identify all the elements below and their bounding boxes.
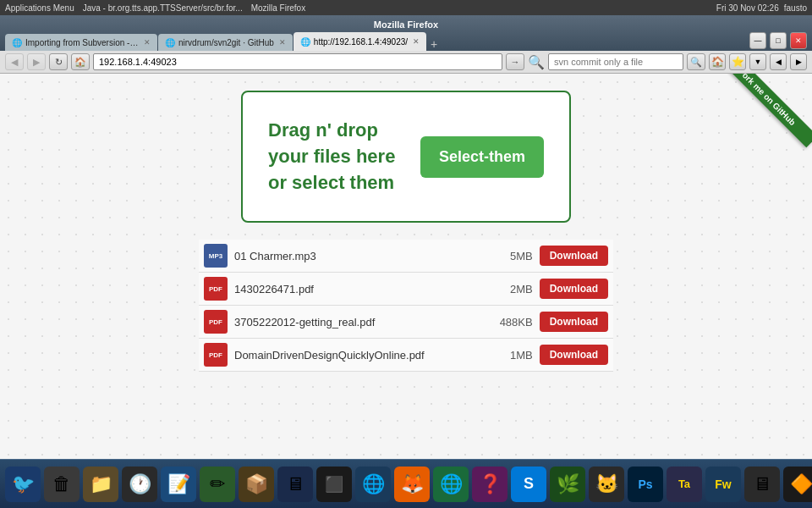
- home-icon[interactable]: 🏠: [709, 53, 726, 70]
- download-button[interactable]: Download: [540, 345, 608, 365]
- taskbar-icon-package[interactable]: 📦: [239, 467, 274, 502]
- fork-ribbon-text: Fork me on GitHub: [727, 74, 812, 147]
- taskbar-icon-chrome[interactable]: 🌐: [433, 467, 469, 502]
- browser-chrome: Mozilla Firefox 🌐 Importing from Subvers…: [0, 15, 812, 51]
- file-name: 1430226471.pdf: [234, 283, 484, 295]
- os-topbar: Applications Menu Java - br.org.tts.app.…: [0, 0, 812, 15]
- search-input[interactable]: [548, 53, 683, 70]
- reload-button[interactable]: ↻: [49, 53, 68, 70]
- taskbar-icon-firefox[interactable]: 🦊: [394, 467, 430, 502]
- drop-zone-text: Drag n' dropyour files hereor select the…: [268, 118, 395, 196]
- download-button[interactable]: Download: [540, 312, 608, 332]
- taskbar-icon-photoshop[interactable]: Ps: [628, 467, 663, 502]
- file-name: 01 Charmer.mp3: [234, 250, 484, 262]
- file-row: PDF 3705222012-getting_real.pdf 488KB Do…: [199, 306, 613, 339]
- file-type-icon: PDF: [204, 277, 228, 301]
- search-submit-button[interactable]: 🔍: [687, 53, 705, 70]
- file-type-icon: MP3: [204, 244, 228, 268]
- taskbar-icon-globe[interactable]: 🌐: [355, 467, 391, 502]
- file-size: 5MB: [491, 250, 533, 262]
- os-topbar-right: Fri 30 Nov 02:26 fausto: [716, 3, 807, 13]
- go-button[interactable]: →: [506, 53, 524, 70]
- tab-close-svn2git[interactable]: ✕: [279, 38, 286, 47]
- file-type-icon: PDF: [204, 310, 228, 334]
- taskbar-icon-cat[interactable]: 🐱: [589, 467, 624, 502]
- file-size: 488KB: [491, 316, 533, 329]
- page-content: Fork me on GitHub Drag n' dropyour files…: [0, 74, 812, 475]
- next-page-icon[interactable]: ▶: [790, 53, 807, 70]
- taskbar-icon-fw[interactable]: Fw: [705, 467, 741, 502]
- drop-zone: Drag n' dropyour files hereor select the…: [241, 91, 571, 223]
- minimize-button[interactable]: —: [749, 32, 766, 49]
- maximize-button[interactable]: □: [770, 32, 787, 49]
- taskbar-icon-editor[interactable]: 📝: [161, 467, 196, 502]
- fork-ribbon[interactable]: Fork me on GitHub: [727, 74, 812, 158]
- prev-page-icon[interactable]: ◀: [770, 53, 787, 70]
- file-row: PDF 1430226471.pdf 2MB Download: [199, 273, 613, 306]
- search-icon: 🔍: [528, 53, 545, 70]
- taskbar-icon-files[interactable]: 📁: [83, 467, 118, 502]
- download-button[interactable]: Download: [540, 246, 608, 266]
- taskbar-icon-terminal[interactable]: ⬛: [316, 467, 352, 502]
- browser-tabs: 🌐 Importing from Subversion - github/hel…: [5, 32, 441, 51]
- taskbar-icon-ta[interactable]: Ta: [667, 467, 702, 502]
- username-display: fausto: [784, 3, 807, 13]
- os-topbar-left: Applications Menu Java - br.org.tts.app.…: [5, 3, 305, 13]
- back-button[interactable]: ◀: [5, 53, 24, 70]
- tab-close-local[interactable]: ✕: [413, 37, 420, 46]
- select-files-button[interactable]: Select-them: [420, 136, 544, 178]
- firefox-taskbar-item[interactable]: Mozilla Firefox: [251, 3, 305, 13]
- tab-svn2git[interactable]: 🌐 nirvdrum/svn2git · GitHub ✕: [158, 34, 293, 51]
- applications-menu[interactable]: Applications Menu: [5, 3, 74, 13]
- taskbar-icon-trash[interactable]: 🗑: [44, 467, 80, 502]
- file-type-icon: PDF: [204, 343, 228, 367]
- taskbar-icon-skype[interactable]: S: [511, 467, 546, 502]
- tab-close-subversion[interactable]: ✕: [144, 38, 151, 47]
- file-size: 2MB: [491, 283, 533, 295]
- taskbar-icon-bird[interactable]: 🐦: [5, 467, 41, 502]
- new-tab-button[interactable]: +: [427, 37, 441, 51]
- home-button[interactable]: 🏠: [71, 53, 90, 70]
- file-list: MP3 01 Charmer.mp3 5MB Download PDF 1430…: [199, 240, 613, 372]
- close-button[interactable]: ✕: [790, 32, 807, 49]
- download-button[interactable]: Download: [540, 279, 608, 299]
- taskbar: 🐦 🗑 📁 🕐 📝 ✏ 📦 🖥 ⬛ 🌐 🦊 🌐 ❓ S 🌿 🐱 Ps Ta Fw…: [0, 459, 812, 508]
- nav-more-icon[interactable]: ▼: [749, 53, 766, 70]
- taskbar-icon-monitor[interactable]: 🖥: [277, 467, 313, 502]
- java-taskbar-item[interactable]: Java - br.org.tts.app.TTSServer/src/br.f…: [83, 3, 243, 13]
- file-name: DomainDrivenDesignQuicklyOnline.pdf: [234, 349, 484, 362]
- taskbar-icon-question[interactable]: ❓: [472, 467, 508, 502]
- taskbar-icon-clock[interactable]: 🕐: [122, 467, 157, 502]
- file-row: PDF DomainDrivenDesignQuicklyOnline.pdf …: [199, 339, 613, 372]
- browser-navbar: ◀ ▶ ↻ 🏠 → 🔍 🔍 🏠 ⭐ ▼ ◀ ▶: [0, 51, 812, 74]
- datetime-display: Fri 30 Nov 02:26: [716, 3, 779, 13]
- address-bar[interactable]: [93, 53, 502, 70]
- browser-title: Mozilla Firefox: [5, 18, 807, 32]
- taskbar-icon-pen[interactable]: ✏: [200, 467, 235, 502]
- tab-subversion[interactable]: 🌐 Importing from Subversion - github/hel…: [5, 34, 157, 51]
- file-row: MP3 01 Charmer.mp3 5MB Download: [199, 240, 613, 273]
- bookmark-icon[interactable]: ⭐: [729, 53, 746, 70]
- taskbar-icon-screen[interactable]: 🖥: [744, 467, 780, 502]
- tab-local[interactable]: 🌐 http://192.168.1.4:49023/ ✕: [294, 32, 426, 51]
- file-size: 1MB: [491, 349, 533, 362]
- taskbar-icon-leaf[interactable]: 🌿: [550, 467, 585, 502]
- taskbar-icon-vlc[interactable]: 🔶: [783, 467, 812, 502]
- forward-button[interactable]: ▶: [27, 53, 46, 70]
- file-name: 3705222012-getting_real.pdf: [234, 316, 484, 329]
